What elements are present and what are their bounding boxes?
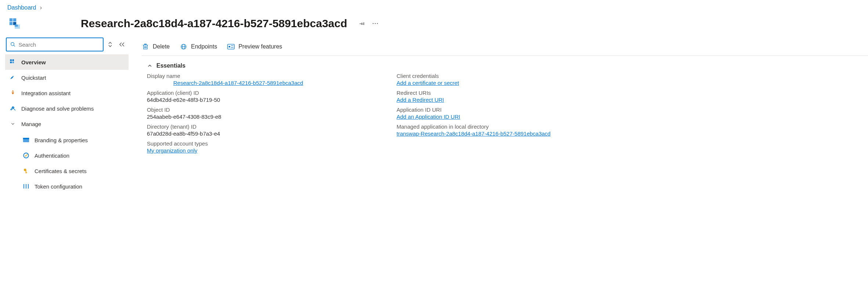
svg-point-9 (11, 43, 14, 46)
sidebar-nav: Overview Quickstart Integration assistan… (5, 54, 129, 132)
rocket-icon (8, 90, 18, 96)
svg-point-37 (229, 46, 230, 47)
breadcrumb-dashboard[interactable]: Dashboard (7, 4, 36, 11)
account-types-link[interactable]: My organization only (147, 147, 198, 154)
field-value: 254aabeb-e647-4308-83c9-e8 (147, 114, 382, 120)
add-certificate-link[interactable]: Add a certificate or secret (397, 80, 459, 86)
breadcrumb: Dashboard › (0, 0, 868, 12)
svg-point-7 (375, 23, 376, 24)
add-app-id-uri-link[interactable]: Add an Application ID URI (397, 114, 460, 120)
svg-line-10 (14, 45, 15, 47)
toolbar-label: Preview features (238, 43, 282, 50)
branding-icon (21, 137, 31, 143)
field-app-id-uri: Application ID URI Add an Application ID… (397, 107, 868, 120)
field-object-id: Object ID 254aabeb-e647-4308-83c9-e8 (147, 107, 382, 120)
sidebar-item-label: Quickstart (21, 75, 46, 81)
display-name-link[interactable]: Research-2a8c18d4-a187-4216-b527-5891ebc… (173, 80, 303, 86)
svg-rect-5 (15, 25, 18, 27)
essentials-header-label: Essentials (156, 62, 185, 69)
main-panel: Delete Endpoints Preview features Essent… (129, 37, 868, 194)
svg-rect-23 (26, 172, 27, 173)
field-tenant-id: Directory (tenant) ID 67a0d28d-ea8b-4f59… (147, 123, 382, 137)
collapse-sidebar-button[interactable] (119, 42, 126, 47)
managed-app-link[interactable]: transwap-Research-2a8c18d4-a187-4216-b52… (397, 130, 550, 137)
chevron-up-icon (147, 63, 153, 69)
svg-rect-11 (10, 60, 12, 61)
sidebar-item-certificates[interactable]: Certificates & secrets (5, 163, 129, 179)
delete-button[interactable]: Delete (142, 43, 170, 50)
key-icon (21, 168, 31, 174)
search-input[interactable] (19, 42, 99, 48)
sidebar-item-overview[interactable]: Overview (5, 54, 129, 70)
endpoints-button[interactable]: Endpoints (180, 43, 217, 50)
field-label: Directory (tenant) ID (147, 123, 382, 130)
sidebar-item-authentication[interactable]: Authentication (5, 148, 129, 163)
svg-point-16 (12, 92, 14, 93)
svg-rect-2 (10, 22, 12, 25)
svg-line-17 (14, 109, 15, 111)
field-redirect-uris: Redirect URIs Add a Redirect URI (397, 90, 868, 103)
sidebar-nav-manage: Branding & properties Authentication Cer… (5, 132, 129, 194)
pin-icon (359, 20, 365, 27)
sidebar-item-branding[interactable]: Branding & properties (5, 132, 129, 148)
svg-rect-14 (12, 62, 14, 64)
token-icon (21, 183, 31, 190)
add-redirect-uri-link[interactable]: Add a Redirect URI (397, 97, 444, 103)
toolbar-label: Endpoints (191, 43, 217, 50)
sidebar: Overview Quickstart Integration assistan… (0, 37, 129, 194)
sidebar-item-label: Overview (21, 59, 46, 65)
collapse-icon (119, 42, 125, 47)
preview-features-button[interactable]: Preview features (227, 43, 282, 50)
field-label: Managed application in local directory (397, 123, 868, 130)
field-client-credentials: Client credentials Add a certificate or … (397, 73, 868, 86)
toolbar-label: Delete (153, 43, 170, 50)
field-value: 64db42dd-e62e-48f3-b719-50 (147, 97, 382, 103)
sidebar-item-label: Branding & properties (35, 137, 88, 143)
essentials-grid: Display name Research-2a8c18d4-a187-4216… (142, 73, 868, 157)
app-registration-icon (7, 16, 22, 31)
sidebar-item-label: Token configuration (35, 183, 82, 190)
svg-point-15 (12, 76, 14, 77)
sort-toggle[interactable] (108, 42, 115, 47)
globe-icon (180, 43, 187, 50)
sidebar-group-manage[interactable]: Manage (5, 116, 129, 132)
chevron-down-icon (8, 121, 18, 126)
field-label: Application ID URI (397, 107, 868, 113)
wrench-icon (8, 105, 18, 112)
more-icon (372, 20, 379, 27)
essentials-toggle[interactable]: Essentials (142, 56, 868, 73)
breadcrumb-separator-icon: › (40, 4, 42, 11)
sidebar-item-label: Diagnose and solve problems (21, 105, 94, 112)
svg-point-6 (372, 23, 373, 24)
toolbar: Delete Endpoints Preview features (142, 37, 868, 56)
quickstart-icon (8, 74, 18, 81)
svg-point-8 (377, 23, 378, 24)
field-label: Application (client) ID (147, 90, 382, 96)
page-title: Research-2a8c18d4-a187-4216-b527-5891ebc… (81, 17, 347, 30)
sidebar-item-label: Authentication (35, 153, 69, 159)
page-header: Research-2a8c18d4-a187-4216-b527-5891ebc… (0, 12, 868, 37)
sort-icon (108, 42, 112, 47)
field-label: Object ID (147, 107, 382, 113)
svg-rect-13 (10, 62, 12, 64)
field-account-types: Supported account types My organization … (147, 140, 382, 154)
field-value: 67a0d28d-ea8b-4f59-b7a3-e4 (147, 130, 382, 137)
search-box[interactable] (6, 37, 104, 51)
sidebar-item-quickstart[interactable]: Quickstart (5, 70, 129, 85)
sidebar-item-integration-assistant[interactable]: Integration assistant (5, 85, 129, 101)
trash-icon (142, 43, 149, 50)
field-label: Client credentials (397, 73, 868, 79)
sidebar-item-label: Integration assistant (21, 90, 70, 96)
more-button[interactable] (369, 17, 382, 30)
sidebar-group-label: Manage (21, 121, 41, 127)
svg-rect-12 (12, 60, 14, 61)
sidebar-item-diagnose[interactable]: Diagnose and solve problems (5, 101, 129, 116)
field-label: Display name (147, 73, 382, 79)
svg-rect-19 (23, 138, 29, 139)
field-label: Redirect URIs (397, 90, 868, 96)
field-managed-application: Managed application in local directory t… (397, 123, 868, 137)
pin-button[interactable] (355, 17, 369, 30)
svg-rect-1 (13, 18, 17, 22)
preview-icon (227, 43, 235, 50)
sidebar-item-token-config[interactable]: Token configuration (5, 179, 129, 194)
